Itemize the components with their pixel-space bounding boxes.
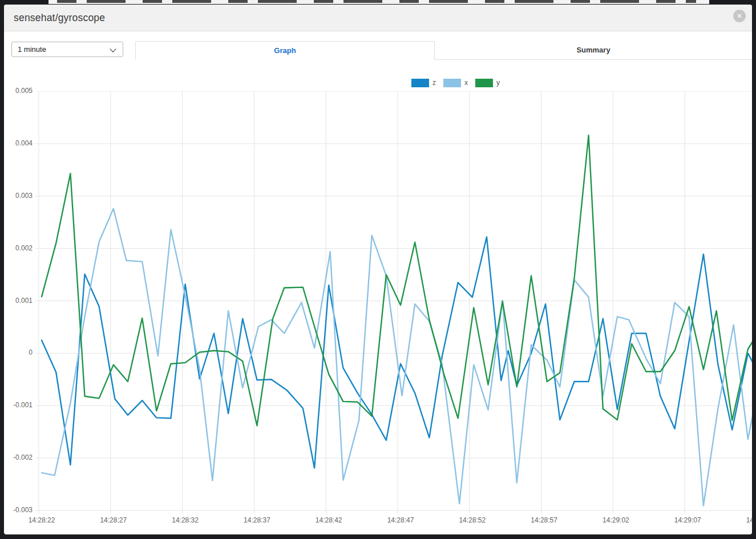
- x-tick-label: 14:28:42: [303, 516, 354, 525]
- x-tick-label: 14:28:27: [88, 516, 139, 525]
- legend-item-z[interactable]: z: [411, 79, 443, 87]
- y-tick-label: 0: [4, 348, 33, 357]
- chart-svg: [35, 91, 752, 515]
- y-tick-label: 0.004: [4, 139, 33, 148]
- time-range-select[interactable]: 1 minute: [11, 42, 123, 57]
- close-icon: ✕: [737, 13, 742, 19]
- sensor-detail-dialog: sensehat/gyroscope ✕ 1 minute Graph Summ…: [4, 5, 752, 534]
- close-button[interactable]: ✕: [733, 10, 746, 22]
- time-range-value: 1 minute: [18, 42, 46, 56]
- x-tick-label: 14:28:32: [160, 516, 211, 525]
- x-tick-label: 14:28:47: [375, 516, 426, 525]
- x-tick-label: 14:28:37: [231, 516, 282, 525]
- legend-swatch-z: [411, 79, 429, 87]
- legend-label-z: z: [432, 79, 436, 87]
- legend-item-x[interactable]: x: [443, 79, 475, 87]
- y-tick-label: -0.002: [4, 453, 33, 462]
- x-tick-label: 14:28:57: [519, 516, 570, 525]
- y-tick-label: 0.003: [4, 192, 33, 200]
- legend-item-y[interactable]: y: [475, 79, 507, 87]
- dialog-title: sensehat/gyroscope: [14, 5, 105, 31]
- tab-graph[interactable]: Graph: [135, 41, 435, 60]
- y-tick-label: 0.001: [4, 297, 33, 305]
- legend-label-x: x: [464, 79, 468, 87]
- legend-swatch-y: [475, 79, 493, 87]
- y-tick-label: -0.001: [4, 401, 33, 410]
- y-tick-label: 0.005: [4, 87, 33, 95]
- x-tick-label: 14:29:02: [590, 516, 641, 525]
- tab-summary[interactable]: Summary: [435, 41, 752, 60]
- x-tick-label: 14:29:12: [734, 516, 752, 525]
- x-tick-label: 14:28:22: [16, 516, 67, 525]
- legend-label-y: y: [496, 79, 500, 87]
- y-tick-label: 0.002: [4, 244, 33, 253]
- chart-legend: z x y: [411, 78, 507, 87]
- dialog-header: sensehat/gyroscope: [4, 5, 752, 31]
- chart-plot-area: [35, 91, 752, 516]
- x-tick-label: 14:28:52: [447, 516, 498, 525]
- screen: { "modal": { "title": "sensehat/gyroscop…: [0, 0, 756, 539]
- background-page-strip: [48, 0, 709, 4]
- y-tick-label: -0.003: [4, 506, 33, 514]
- legend-swatch-x: [443, 79, 461, 87]
- x-tick-label: 14:29:07: [662, 516, 713, 525]
- chevron-down-icon: [110, 46, 116, 52]
- background-page-text-fragments: [57, 0, 696, 3]
